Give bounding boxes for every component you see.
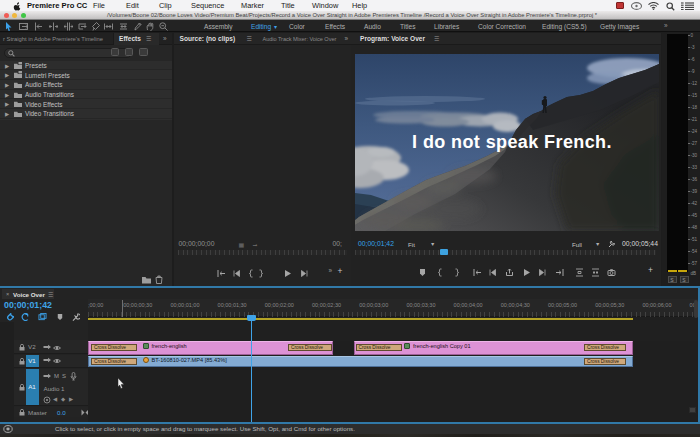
svg-text:I do not speak French.: I do not speak French. xyxy=(412,132,612,152)
